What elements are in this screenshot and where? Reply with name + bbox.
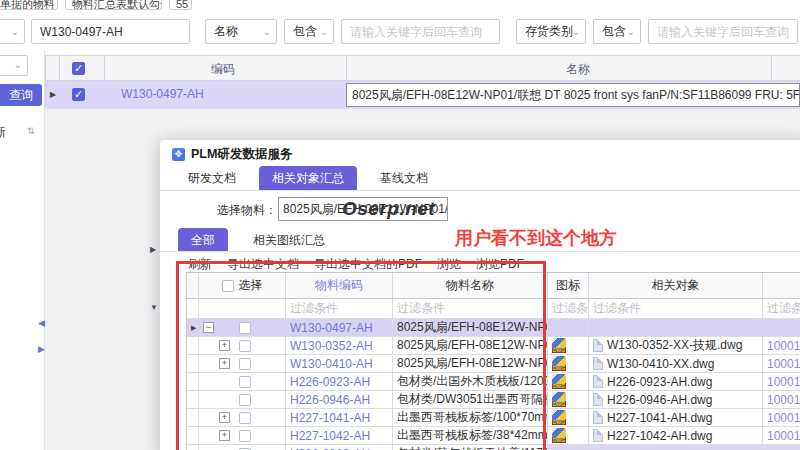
row-object-cell[interactable]: H226-0923-AH.dwg (589, 373, 763, 391)
filter-cell[interactable] (199, 299, 286, 319)
column-header[interactable]: 图标 (548, 273, 589, 299)
filter-cell[interactable]: 过滤条件 (286, 299, 393, 319)
column-header[interactable] (763, 273, 800, 299)
row-code-cell[interactable]: H227-1042-AH (286, 427, 393, 445)
row-code-cell[interactable]: H226-0946-AH (286, 391, 393, 409)
query-button[interactable]: 查询 (0, 84, 42, 106)
tab-drawings-summary[interactable]: 相关图纸汇总 (240, 228, 338, 251)
row-object-cell[interactable]: W130-0410-XX.dwg (589, 355, 763, 373)
expand-icon[interactable]: + (219, 358, 230, 369)
row-object-cell[interactable]: H227-1041-AH.dwg (589, 409, 763, 427)
row-code-cell[interactable]: W130-0352-AH (286, 337, 393, 355)
column-header[interactable]: 物料编码 (286, 273, 393, 299)
tab-related-objects[interactable]: 相关对象汇总 (259, 166, 357, 190)
row-checkbox[interactable] (239, 340, 251, 352)
filter-cell[interactable]: 过滤条件 (763, 299, 800, 319)
filter-cell[interactable]: 过滤条件 (548, 299, 589, 319)
tab-baseline-docs[interactable]: 基线文档 (367, 166, 441, 190)
row-number-cell[interactable]: 100013814 (763, 427, 800, 445)
expand-icon[interactable]: + (219, 412, 230, 423)
select-all-checkbox[interactable] (72, 62, 85, 75)
filter-cell[interactable] (187, 299, 199, 319)
row-number-cell[interactable]: 1000110775 (763, 391, 800, 409)
category-field-select[interactable]: 存货类别 ⌄ (516, 19, 586, 44)
column-header-name[interactable]: 名称 (566, 61, 590, 78)
row-object-cell[interactable] (589, 445, 763, 450)
dwg-file-icon[interactable] (552, 392, 566, 407)
filter-cell[interactable]: 过滤条件 (393, 299, 548, 319)
table-row[interactable]: H226-0869-AH包材类/戴尔栈板天地盖/1170*970*10 (187, 445, 800, 450)
row-object-cell[interactable] (589, 319, 763, 337)
name-field-select[interactable]: 名称 ⌄ (205, 19, 277, 44)
row-name-cell[interactable]: 8025风扇/EFH-08E12W-NP01（联想 (393, 337, 548, 355)
row-name-cell[interactable]: 包材类/DW3051出墨西哥隔板/1200* (393, 391, 548, 409)
row-checkbox[interactable] (239, 358, 251, 370)
top-button-3[interactable]: 55 (169, 0, 192, 10)
dwg-file-icon[interactable] (552, 428, 566, 443)
dwg-file-icon[interactable] (552, 356, 566, 371)
row-select-cell[interactable]: + (199, 409, 286, 427)
row-number-cell[interactable] (763, 445, 800, 450)
top-button-1[interactable]: 本单据的物料 (0, 0, 58, 10)
row-code-cell[interactable]: W130-0497-AH (286, 319, 393, 337)
sidebar-select[interactable]: ⌄ (0, 55, 28, 76)
dwg-file-icon[interactable] (552, 410, 566, 425)
expand-icon[interactable]: + (219, 430, 230, 441)
row-number-cell[interactable]: 100012505 (763, 373, 800, 391)
table-row[interactable]: ▶−W130-0497-AH8025风扇/EFH-08E12W-NP01/联想 (187, 319, 800, 337)
row-checkbox[interactable] (239, 412, 251, 424)
row-code-cell[interactable]: H226-0869-AH (286, 445, 393, 450)
keyword-input-2[interactable] (648, 19, 798, 44)
row-object-cell[interactable]: W130-0352-XX-技规.dwg (589, 337, 763, 355)
row-name-cell[interactable]: 出墨西哥栈板标签/38*42mm 材质： (393, 427, 548, 445)
row-number-cell[interactable]: 100012560 (763, 409, 800, 427)
dwg-file-icon[interactable] (552, 338, 566, 353)
tab-rd-docs[interactable]: 研发文档 (175, 166, 249, 190)
sort-icon[interactable]: ⇅ (27, 126, 35, 136)
table-row[interactable]: ▶ W130-0497-AH 8025风扇/EFH-08E12W-NP01/联想… (46, 81, 800, 109)
column-header[interactable]: 物料名称 (393, 273, 548, 299)
row-checkbox[interactable] (239, 322, 251, 334)
row-name-cell[interactable]: 包材类/出国外木质栈板/1200*1000*1 (393, 373, 548, 391)
browse-link[interactable]: 浏览 (437, 256, 461, 273)
row-code-cell[interactable]: W130-0410-AH (286, 355, 393, 373)
row-select-cell[interactable] (199, 391, 286, 409)
collapse-left-icon[interactable]: ◀ (38, 318, 45, 328)
table-row[interactable]: +H227-1042-AH出墨西哥栈板标签/38*42mm 材质：H227-10… (187, 427, 800, 445)
tab-all[interactable]: 全部 (178, 228, 228, 251)
table-row[interactable]: H226-0946-AH包材类/DW3051出墨西哥隔板/1200*H226-0… (187, 391, 800, 409)
row-select-cell[interactable]: + (199, 337, 286, 355)
row-code-cell[interactable]: H227-1041-AH (286, 409, 393, 427)
row-name-cell[interactable]: 8025风扇/EFH-08E12W-NP01/联想 DT 8025 front … (346, 83, 800, 107)
code-search-input[interactable] (31, 19, 190, 44)
expand-right-icon[interactable]: ▶ (38, 344, 45, 354)
browse-pdf-link[interactable]: 浏览PDF (476, 256, 524, 273)
row-name-cell[interactable]: 出墨西哥栈板标签/100*70mm 材质： (393, 409, 548, 427)
row-code-cell[interactable]: H226-0923-AH (286, 373, 393, 391)
row-select-cell[interactable]: + (199, 355, 286, 373)
row-select-cell[interactable]: − (199, 319, 286, 337)
collapse-icon[interactable]: − (203, 322, 214, 333)
filter-cell[interactable]: 过滤条件 (589, 299, 763, 319)
row-code[interactable]: W130-0497-AH (121, 87, 204, 101)
row-number-cell[interactable]: 1000110765 (763, 355, 800, 373)
row-checkbox[interactable] (239, 394, 251, 406)
row-checkbox[interactable] (239, 430, 251, 442)
row-checkbox[interactable] (72, 88, 85, 101)
top-button-2[interactable]: 物料汇总表默认勾选 (65, 0, 162, 10)
table-row[interactable]: H226-0923-AH包材类/出国外木质栈板/1200*1000*1H226-… (187, 373, 800, 391)
expand-icon[interactable]: + (219, 340, 230, 351)
row-object-cell[interactable]: H226-0946-AH.dwg (589, 391, 763, 409)
row-name-cell[interactable]: 包材类/戴尔栈板天地盖/1170*970*10 (393, 445, 548, 450)
row-number-cell[interactable]: 1000110764 (763, 337, 800, 355)
row-select-cell[interactable] (199, 373, 286, 391)
row-select-cell[interactable]: + (199, 427, 286, 445)
field-select-left[interactable]: ⌄ (0, 19, 25, 44)
dwg-file-icon[interactable] (552, 374, 566, 389)
refresh-link[interactable]: 刷新 (188, 256, 212, 273)
row-checkbox[interactable] (239, 376, 251, 388)
table-row[interactable]: +H227-1041-AH出墨西哥栈板标签/100*70mm 材质：H227-1… (187, 409, 800, 427)
row-name-cell[interactable]: 8025风扇/EFH-08E12W-NP01（联想 (393, 355, 548, 373)
column-header[interactable]: 选择 (199, 273, 286, 299)
select-all-checkbox[interactable] (222, 280, 234, 292)
